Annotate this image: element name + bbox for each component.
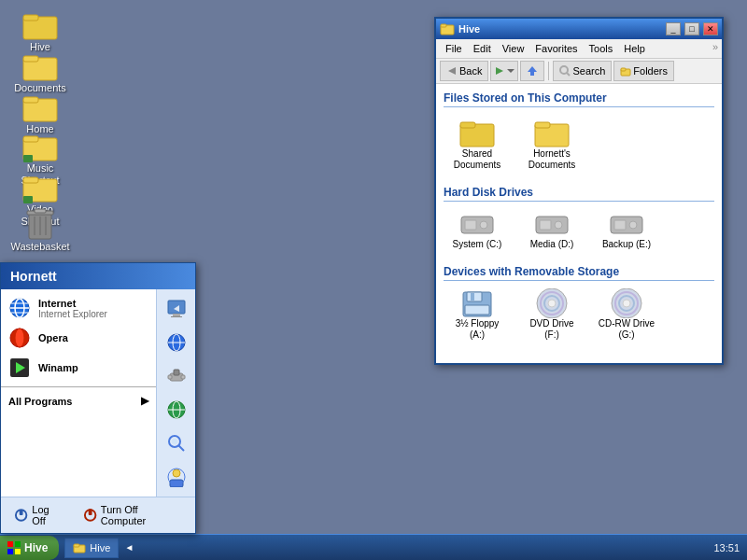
floppy-icon bbox=[459, 288, 495, 318]
menu-view[interactable]: View bbox=[497, 41, 530, 56]
menu-favorites[interactable]: Favorites bbox=[529, 41, 583, 56]
folder-shortcut-icon bbox=[21, 129, 59, 162]
taskbar-hive-icon bbox=[73, 541, 86, 554]
drive-e[interactable]: Backup (E:) bbox=[593, 209, 660, 250]
dvd-icon bbox=[534, 288, 570, 318]
internet-explorer-text: Internet Internet Explorer bbox=[38, 298, 148, 319]
start-menu-header: Hornett bbox=[1, 263, 195, 289]
files-icon-grid: Shared Documents Hornett's Documents bbox=[444, 115, 714, 171]
shared-documents[interactable]: Shared Documents bbox=[444, 115, 511, 171]
svg-point-38 bbox=[555, 221, 562, 229]
start-button[interactable]: Hive bbox=[0, 536, 59, 560]
desktop-icon-wastebasket[interactable]: Wastebasket bbox=[7, 207, 73, 253]
svg-rect-64 bbox=[173, 314, 180, 316]
back-icon bbox=[446, 65, 458, 77]
svg-rect-44 bbox=[471, 293, 474, 301]
hdd-icon bbox=[534, 209, 570, 239]
folder-shortcut-icon bbox=[21, 170, 59, 203]
svg-rect-37 bbox=[540, 220, 551, 230]
minimize-button[interactable]: _ bbox=[666, 22, 681, 35]
right-icon-display bbox=[166, 299, 187, 319]
drive-f[interactable]: DVD Drive (F:) bbox=[518, 288, 585, 341]
winamp-text: Winamp bbox=[38, 362, 148, 373]
svg-point-47 bbox=[548, 300, 556, 307]
winamp-icon bbox=[8, 357, 31, 379]
right-icon-globe bbox=[166, 332, 187, 353]
menu-help[interactable]: Help bbox=[618, 41, 651, 56]
right-icon-5[interactable] bbox=[162, 429, 190, 457]
drive-a[interactable]: 3½ Floppy (A:) bbox=[444, 288, 511, 341]
drive-d[interactable]: Media (D:) bbox=[518, 209, 585, 250]
back-button[interactable]: Back bbox=[440, 61, 488, 81]
svg-rect-84 bbox=[20, 510, 23, 515]
turn-off-button[interactable]: Turn Off Computer bbox=[78, 501, 188, 529]
right-icon-globe2 bbox=[166, 399, 187, 420]
start-menu-internet[interactable]: Internet Internet Explorer bbox=[1, 293, 156, 323]
taskbar-tray: ◄ bbox=[119, 542, 139, 553]
hard-disks-section-header: Hard Disk Drives bbox=[444, 186, 714, 202]
start-menu-username: Hornett bbox=[10, 269, 57, 284]
taskbar-hive-button[interactable]: Hive bbox=[64, 538, 119, 558]
hornetts-documents-icon bbox=[533, 115, 571, 148]
folders-icon bbox=[620, 65, 631, 77]
svg-marker-21 bbox=[496, 67, 503, 75]
opera-text: Opera bbox=[38, 332, 148, 343]
folders-button[interactable]: Folders bbox=[613, 61, 674, 81]
forward-dropdown-icon bbox=[507, 65, 514, 77]
search-button[interactable]: Search bbox=[553, 61, 612, 81]
explorer-titlebar: Hive _ □ ✕ bbox=[436, 19, 722, 39]
svg-rect-87 bbox=[7, 541, 13, 547]
forward-button[interactable] bbox=[490, 61, 518, 81]
right-icon-6[interactable] bbox=[162, 463, 190, 491]
hornetts-documents[interactable]: Hornett's Documents bbox=[518, 115, 585, 171]
svg-rect-1 bbox=[23, 15, 38, 21]
menu-extra-arrows: » bbox=[712, 41, 718, 56]
right-icon-4[interactable] bbox=[162, 396, 190, 424]
menu-tools[interactable]: Tools bbox=[584, 41, 619, 56]
start-menu-body: Internet Internet Explorer Opera bbox=[1, 289, 195, 497]
explorer-menubar: File Edit View Favorites Tools Help » bbox=[436, 39, 722, 59]
desktop-icon-documents[interactable]: Documents bbox=[7, 49, 73, 94]
svg-rect-3 bbox=[23, 56, 38, 62]
svg-rect-28 bbox=[621, 68, 626, 71]
svg-point-51 bbox=[623, 300, 630, 307]
start-menu-opera[interactable]: Opera bbox=[1, 323, 156, 353]
drive-c[interactable]: System (C:) bbox=[444, 209, 511, 250]
up-button[interactable] bbox=[520, 61, 544, 81]
svg-rect-34 bbox=[465, 220, 476, 230]
log-off-button[interactable]: Log Off bbox=[8, 501, 70, 529]
menu-edit[interactable]: Edit bbox=[468, 41, 497, 56]
close-button[interactable]: ✕ bbox=[703, 22, 718, 35]
svg-rect-14 bbox=[35, 209, 46, 213]
menu-file[interactable]: File bbox=[440, 41, 468, 56]
svg-rect-72 bbox=[168, 375, 172, 379]
right-icon-3[interactable] bbox=[162, 362, 190, 390]
right-icon-user bbox=[166, 467, 187, 487]
taskbar: Hive Hive ◄ 13:51 bbox=[0, 534, 747, 560]
svg-marker-20 bbox=[448, 67, 456, 75]
svg-line-26 bbox=[567, 73, 570, 76]
drive-g[interactable]: CD-RW Drive (G:) bbox=[593, 288, 660, 341]
opera-icon bbox=[8, 327, 31, 349]
svg-rect-88 bbox=[15, 541, 21, 547]
trash-icon bbox=[21, 207, 59, 241]
explorer-title: Hive bbox=[458, 23, 662, 35]
desktop-icon-hive[interactable]: Hive bbox=[7, 7, 73, 53]
svg-rect-90 bbox=[15, 549, 21, 554]
right-icon-1[interactable] bbox=[162, 295, 190, 323]
start-menu-winamp[interactable]: Winamp bbox=[1, 353, 156, 383]
explorer-toolbar: Back Search Folders bbox=[436, 59, 722, 84]
right-icon-search bbox=[166, 433, 187, 454]
explorer-body: Files Stored on This Computer Shared Doc… bbox=[436, 84, 722, 363]
all-programs-item[interactable]: All Programs ▶ bbox=[1, 391, 156, 411]
tray-arrows: ◄ bbox=[124, 542, 134, 553]
svg-rect-11 bbox=[23, 196, 33, 203]
svg-rect-65 bbox=[171, 316, 182, 317]
right-icon-2[interactable] bbox=[162, 329, 190, 357]
toolbar-separator bbox=[548, 62, 549, 80]
files-section-header: Files Stored on This Computer bbox=[444, 91, 714, 107]
turn-off-icon bbox=[83, 508, 97, 523]
folder-icon bbox=[21, 90, 59, 123]
removable-icon-grid: 3½ Floppy (A:) DVD Drive (F:) CD bbox=[444, 288, 714, 341]
maximize-button[interactable]: □ bbox=[684, 22, 699, 35]
